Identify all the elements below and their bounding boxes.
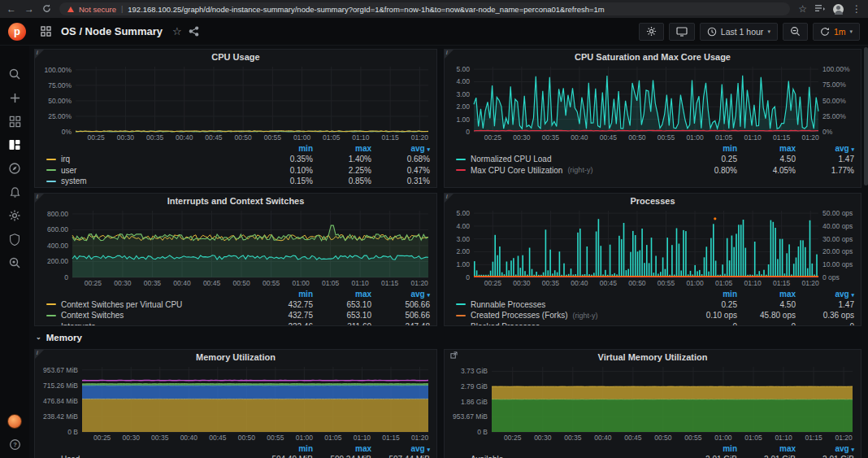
- processes-chart[interactable]: 00:2500:3000:3500:4000:4500:5000:5501:00…: [445, 207, 861, 288]
- browser-toolbar: ← → Not secure | 192.168.100.25/graph/d/…: [0, 0, 868, 18]
- svg-text:01:20: 01:20: [802, 133, 820, 142]
- svg-text:00:35: 00:35: [564, 434, 582, 442]
- svg-text:01:10: 01:10: [352, 133, 370, 142]
- browser-profile-avatar[interactable]: [833, 4, 844, 15]
- svg-text:01:20: 01:20: [802, 279, 820, 287]
- favorite-star-icon[interactable]: ☆: [172, 25, 182, 37]
- legend-max-header[interactable]: max: [313, 144, 371, 153]
- svg-text:01:20: 01:20: [411, 434, 429, 442]
- svg-text:00:25: 00:25: [85, 279, 102, 287]
- svg-text:00:40: 00:40: [594, 434, 612, 442]
- svg-text:00:50: 00:50: [628, 133, 646, 142]
- legend-row: Context Switches per Virtual CPU432.7565…: [46, 299, 430, 311]
- legend-min-header[interactable]: min: [254, 144, 313, 153]
- panel-title[interactable]: CPU Usage: [35, 50, 436, 63]
- svg-text:25.00%: 25.00%: [822, 112, 846, 120]
- scrollbar[interactable]: [864, 46, 868, 458]
- external-link-icon[interactable]: [450, 351, 458, 359]
- browser-menu-icon[interactable]: ⋮: [852, 4, 861, 14]
- zoom-out-button[interactable]: [783, 23, 808, 41]
- cpu-usage-chart[interactable]: 00:2500:3000:3500:4000:4500:5000:5501:00…: [35, 63, 436, 142]
- refresh-button[interactable]: 1m ▾: [813, 23, 860, 41]
- svg-text:0: 0: [64, 273, 68, 281]
- svg-text:01:10: 01:10: [744, 133, 762, 142]
- apps-grid-icon[interactable]: [41, 26, 51, 37]
- configuration-gear-icon[interactable]: [7, 208, 22, 223]
- svg-text:00:40: 00:40: [571, 279, 588, 287]
- panel-title[interactable]: Virtual Memory Utilization: [445, 350, 861, 363]
- bookmark-star-icon[interactable]: ☆: [798, 4, 807, 14]
- legend: minmaxavg ▾ Used504.49 MiB509.24 MiB507.…: [35, 443, 436, 458]
- svg-text:00:50: 00:50: [238, 434, 256, 442]
- svg-text:4.00: 4.00: [456, 221, 470, 229]
- create-plus-icon[interactable]: [7, 90, 22, 105]
- svg-text:01:10: 01:10: [744, 279, 762, 287]
- svg-text:00:55: 00:55: [264, 133, 282, 142]
- panel-processes: i Processes 00:2500:3000:3500:4000:4500:…: [444, 193, 861, 326]
- warning-icon: [67, 7, 74, 12]
- svg-text:00:45: 00:45: [205, 133, 223, 142]
- panel-title[interactable]: CPU Saturation and Max Core Usage: [445, 50, 861, 63]
- dashboard-settings-button[interactable]: [639, 23, 664, 41]
- scrollbar-thumb[interactable]: [864, 47, 868, 185]
- svg-text:01:20: 01:20: [411, 133, 429, 142]
- share-icon[interactable]: [189, 26, 199, 37]
- svg-text:2.00: 2.00: [456, 247, 470, 255]
- panel-title[interactable]: Memory Utilization: [35, 350, 436, 363]
- not-secure-label[interactable]: Not secure: [79, 5, 116, 14]
- panel-title[interactable]: Interrupts and Context Switches: [35, 194, 436, 207]
- alerting-bell-icon[interactable]: [7, 185, 22, 199]
- svg-text:600.00: 600.00: [47, 225, 68, 233]
- pmm-logo[interactable]: p: [8, 23, 26, 41]
- panels-active-icon[interactable]: [7, 137, 22, 152]
- svg-text:01:05: 01:05: [744, 434, 762, 442]
- svg-text:01:15: 01:15: [381, 133, 399, 142]
- browser-back-button[interactable]: ←: [7, 4, 16, 14]
- virtual-memory-chart[interactable]: 00:2500:3000:3500:4000:4500:5000:5501:00…: [445, 363, 861, 443]
- svg-text:00:40: 00:40: [173, 279, 191, 287]
- panel-title[interactable]: Processes: [445, 194, 861, 207]
- svg-text:01:05: 01:05: [715, 133, 733, 142]
- svg-text:01:15: 01:15: [382, 434, 400, 442]
- interrupts-chart[interactable]: 00:2500:3000:3500:4000:4500:5000:5501:00…: [35, 207, 436, 288]
- svg-text:5.00: 5.00: [456, 209, 470, 217]
- svg-text:01:15: 01:15: [773, 279, 791, 287]
- svg-text:4.00: 4.00: [456, 77, 470, 85]
- panel-memory-utilization: i Memory Utilization 00:2500:3000:3500:4…: [34, 349, 437, 458]
- svg-text:00:30: 00:30: [123, 434, 141, 442]
- panel-cpu-usage: i CPU Usage 00:2500:3000:3500:4000:4500:…: [34, 49, 437, 188]
- time-range-picker[interactable]: Last 1 hour ▾: [700, 23, 778, 41]
- memory-section-label: Memory: [46, 333, 82, 342]
- svg-text:01:00: 01:00: [686, 279, 704, 287]
- url-text[interactable]: 192.168.100.25/graph/d/node-instance-sum…: [128, 5, 604, 14]
- cycle-view-button[interactable]: [669, 23, 695, 41]
- svg-text:1.00: 1.00: [456, 260, 470, 268]
- dashboards-grid-icon[interactable]: [7, 114, 22, 129]
- search-icon[interactable]: [7, 67, 22, 81]
- svg-text:00:55: 00:55: [267, 434, 284, 442]
- svg-text:00:45: 00:45: [600, 133, 618, 142]
- svg-text:00:55: 00:55: [263, 279, 280, 287]
- reading-list-icon[interactable]: [815, 4, 825, 14]
- query-analytics-icon[interactable]: [7, 255, 22, 270]
- admin-shield-icon[interactable]: [7, 232, 22, 246]
- browser-reload-button[interactable]: [42, 4, 51, 15]
- memory-section-toggle[interactable]: ⌄ Memory: [36, 331, 861, 344]
- svg-text:0 ops: 0 ops: [822, 273, 840, 281]
- explore-compass-icon[interactable]: [7, 161, 22, 176]
- page-title[interactable]: OS / Node Summary: [61, 25, 163, 37]
- legend-avg-header[interactable]: avg ▾: [371, 144, 430, 153]
- svg-text:0%: 0%: [62, 128, 72, 136]
- address-bar[interactable]: Not secure | 192.168.100.25/graph/d/node…: [59, 2, 790, 15]
- user-avatar[interactable]: [7, 414, 22, 429]
- cpu-saturation-chart[interactable]: 00:2500:3000:3500:4000:4500:5000:5501:00…: [445, 63, 861, 142]
- memory-chart[interactable]: 00:2500:3000:3500:4000:4500:5000:5501:00…: [35, 363, 436, 443]
- svg-text:00:30: 00:30: [114, 279, 132, 287]
- clock-icon: [707, 27, 717, 37]
- svg-text:01:05: 01:05: [715, 279, 733, 287]
- browser-forward-button[interactable]: →: [24, 4, 34, 14]
- svg-text:50.00%: 50.00%: [822, 97, 846, 105]
- left-sidebar: ?: [0, 46, 29, 458]
- help-icon[interactable]: ?: [7, 437, 22, 451]
- svg-text:00:35: 00:35: [146, 133, 164, 142]
